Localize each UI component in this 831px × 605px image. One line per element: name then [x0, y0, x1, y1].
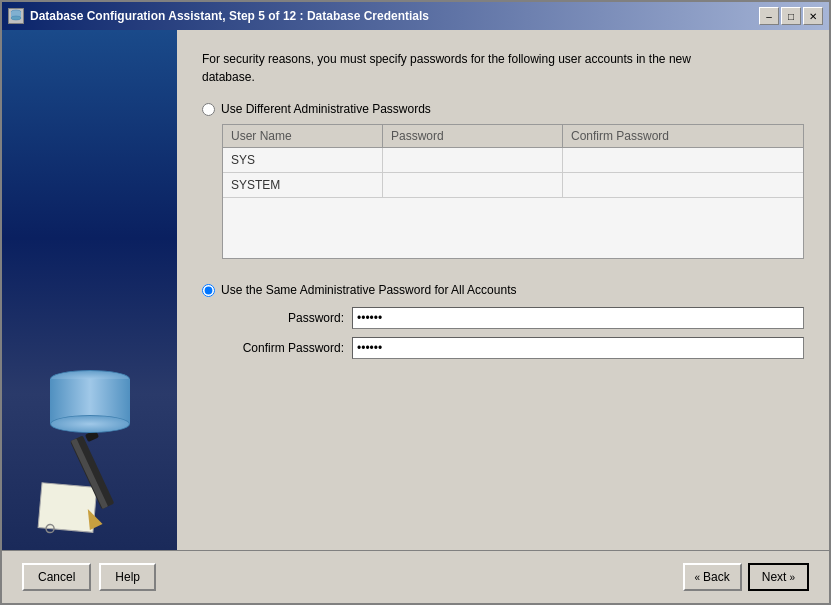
different-passwords-label[interactable]: Use Different Administrative Passwords: [221, 102, 431, 116]
database-icon: [50, 370, 130, 430]
cell-system-confirm[interactable]: [563, 173, 743, 197]
intro-text: For security reasons, you must specify p…: [202, 50, 804, 86]
pen-paper-icon: [30, 420, 150, 540]
different-passwords-radio[interactable]: [202, 103, 215, 116]
bottom-right-buttons: « Back Next »: [683, 563, 810, 591]
confirm-field-row: Confirm Password:: [222, 337, 804, 359]
cell-system-password[interactable]: [383, 173, 563, 197]
maximize-button[interactable]: □: [781, 7, 801, 25]
back-button[interactable]: « Back: [683, 563, 742, 591]
cancel-button[interactable]: Cancel: [22, 563, 91, 591]
confirm-label: Confirm Password:: [222, 341, 352, 355]
title-bar-left: Database Configuration Assistant, Step 5…: [8, 8, 429, 24]
table-row: SYS: [223, 148, 803, 173]
main-area: For security reasons, you must specify p…: [177, 30, 829, 550]
table-empty-area: [223, 198, 803, 258]
title-bar: Database Configuration Assistant, Step 5…: [2, 2, 829, 30]
next-arrow-icon: »: [789, 572, 795, 583]
cell-sys-username: SYS: [223, 148, 383, 172]
next-button[interactable]: Next »: [748, 563, 809, 591]
intro-line1: For security reasons, you must specify p…: [202, 52, 691, 66]
confirm-password-input[interactable]: [352, 337, 804, 359]
title-bar-controls[interactable]: – □ ✕: [759, 7, 823, 25]
same-password-section: Use the Same Administrative Password for…: [202, 283, 804, 367]
intro-line2: database.: [202, 70, 255, 84]
table-header: User Name Password Confirm Password: [223, 125, 803, 148]
header-username: User Name: [223, 125, 383, 147]
same-password-radio[interactable]: [202, 284, 215, 297]
password-label: Password:: [222, 311, 352, 325]
password-field-row: Password:: [222, 307, 804, 329]
header-confirm: Confirm Password: [563, 125, 743, 147]
svg-point-2: [11, 16, 21, 20]
table-row: SYSTEM: [223, 173, 803, 198]
cell-system-username: SYSTEM: [223, 173, 383, 197]
bottom-bar: Cancel Help « Back Next »: [2, 550, 829, 603]
sidebar: [2, 30, 177, 550]
window-content: For security reasons, you must specify p…: [2, 30, 829, 550]
credentials-table: User Name Password Confirm Password SYS …: [222, 124, 804, 259]
back-arrow-icon: «: [695, 572, 701, 583]
cell-sys-password[interactable]: [383, 148, 563, 172]
close-button[interactable]: ✕: [803, 7, 823, 25]
back-label: Back: [703, 570, 730, 584]
window-icon: [8, 8, 24, 24]
minimize-button[interactable]: –: [759, 7, 779, 25]
window-title: Database Configuration Assistant, Step 5…: [30, 9, 429, 23]
different-passwords-option[interactable]: Use Different Administrative Passwords: [202, 102, 804, 116]
sidebar-illustration: [12, 370, 167, 540]
password-input[interactable]: [352, 307, 804, 329]
same-password-label[interactable]: Use the Same Administrative Password for…: [221, 283, 516, 297]
password-fields: Password: Confirm Password:: [222, 307, 804, 359]
next-label: Next: [762, 570, 787, 584]
bottom-left-buttons: Cancel Help: [22, 563, 156, 591]
header-password: Password: [383, 125, 563, 147]
same-password-option[interactable]: Use the Same Administrative Password for…: [202, 283, 804, 297]
svg-rect-3: [38, 483, 97, 533]
main-window: Database Configuration Assistant, Step 5…: [0, 0, 831, 605]
cell-sys-confirm[interactable]: [563, 148, 743, 172]
help-button[interactable]: Help: [99, 563, 156, 591]
